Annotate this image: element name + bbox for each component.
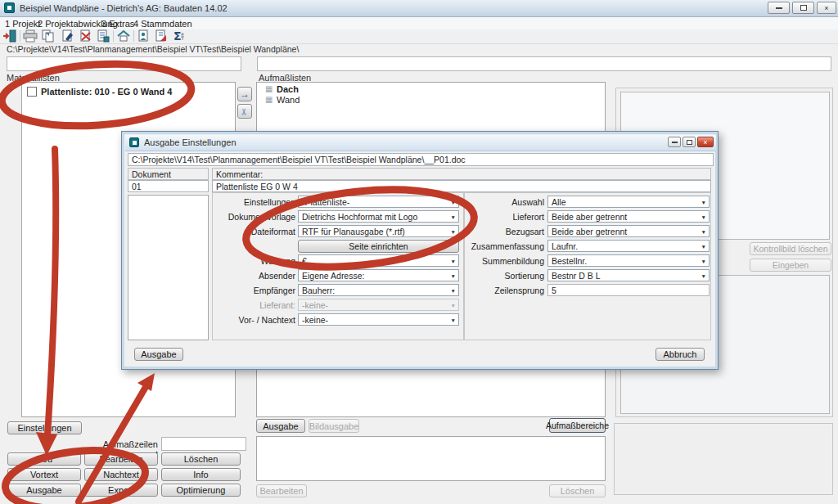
- zeilensprung-input[interactable]: 5: [547, 284, 710, 296]
- vor-nachtext-field-label: Vor- / Nachtext: [214, 315, 295, 325]
- dokumentvorlage-select[interactable]: Dietrichs Hochformat mit Logo▼: [298, 210, 459, 223]
- aufmasszeilen-input[interactable]: [161, 437, 246, 451]
- aufmass-list-item[interactable]: ▦ Dach: [257, 83, 605, 94]
- edit-list-icon[interactable]: [60, 29, 76, 43]
- dropdown-arrow-icon: ▼: [701, 214, 706, 219]
- lieferant-field-label: Lieferant:: [214, 300, 295, 310]
- grid-icon: ▦: [265, 95, 273, 104]
- dokument-row[interactable]: 01: [128, 180, 209, 192]
- dropdown-arrow-icon: ▼: [451, 258, 456, 263]
- print-icon[interactable]: [22, 29, 38, 43]
- menu-extras[interactable]: 3 Extras: [101, 19, 134, 29]
- kontrollbild-loeschen-button[interactable]: Kontrollbild löschen: [750, 242, 831, 255]
- window-title: Beispiel Wandpläne - Dietrich's AG: Baud…: [20, 3, 228, 13]
- aufmass-list-item[interactable]: ▦ Wand: [257, 94, 605, 106]
- material-filter-input[interactable]: [7, 56, 241, 71]
- delete-list-icon[interactable]: [78, 29, 94, 43]
- einstellungen-button[interactable]: Einstellungen: [7, 421, 82, 434]
- summenbildung-select[interactable]: Bestellnr.▼: [547, 254, 710, 267]
- home-icon[interactable]: [115, 29, 132, 43]
- menu-projekt[interactable]: 1 Projekt: [5, 19, 40, 29]
- dialog-minimize-icon[interactable]: [668, 137, 681, 147]
- aufmass-item-label[interactable]: Dach: [277, 84, 299, 94]
- neu-button[interactable]: Neu: [7, 452, 81, 466]
- dokument-list[interactable]: [128, 195, 209, 340]
- menu-stammdaten[interactable]: 4 Stammdaten: [133, 19, 192, 29]
- restore-icon[interactable]: [792, 2, 814, 14]
- import-list-icon[interactable]: [153, 29, 169, 43]
- bezugsart-select[interactable]: Beide aber getrennt▼: [547, 225, 710, 237]
- dropdown-arrow-icon: ▼: [701, 258, 706, 263]
- loeschen-button[interactable]: Löschen: [161, 452, 241, 466]
- bottom-right-panel: [614, 423, 833, 495]
- ausgabe-einstellungen-dialog: Ausgabe Einstellungen × C:\Projekte\V14\…: [121, 131, 719, 370]
- bildausgabe-button[interactable]: Bildausgabe: [309, 419, 359, 433]
- material-list-item[interactable]: Plattenliste: 010 - EG 0 Wand 4: [22, 83, 235, 97]
- zusammenfassung-field-label: Zusammenfassung: [459, 241, 544, 251]
- sum-icon[interactable]: Σ: [170, 29, 187, 43]
- vortext-button[interactable]: Vortext: [7, 468, 81, 481]
- minimize-icon[interactable]: [768, 2, 790, 14]
- svg-text:Σ: Σ: [173, 29, 182, 43]
- dialog-abbruch-button[interactable]: Abbruch: [656, 348, 705, 361]
- kommentar-input[interactable]: Plattenliste EG 0 W 4: [212, 180, 711, 192]
- zusammenfassung-select[interactable]: Laufnr.▼: [547, 240, 710, 252]
- detail-loeschen-button[interactable]: Löschen: [549, 484, 606, 497]
- vor-nachtext-select[interactable]: -keine-▼: [298, 313, 459, 326]
- toolbar-separator: [113, 30, 114, 42]
- bezugsart-field-label: Bezugsart: [459, 227, 544, 236]
- detail-bearbeiten-button[interactable]: Bearbeiten: [256, 484, 307, 497]
- dropdown-arrow-icon: ▼: [451, 199, 456, 205]
- dateiformat-field-label: Dateiformat: [214, 227, 295, 236]
- toolbar: Σ: [0, 29, 838, 44]
- aufmass-item-label[interactable]: Wand: [277, 95, 300, 105]
- dialog-close-icon[interactable]: ×: [697, 137, 714, 147]
- kommentar-label: Kommentar:: [212, 168, 711, 180]
- lieferort-select[interactable]: Beide aber getrennt▼: [547, 210, 710, 223]
- sortierung-field-label: Sortierung: [459, 271, 544, 281]
- export-button[interactable]: Export: [84, 484, 158, 497]
- empfaenger-select[interactable]: Bauherr:▼: [298, 284, 459, 296]
- dialog-app-icon: [129, 137, 139, 147]
- dateiformat-select[interactable]: RTF für Planausgabe (*.rtf)▼: [298, 225, 459, 237]
- ausgabe-button[interactable]: Ausgabe: [7, 484, 81, 497]
- eingeben-button[interactable]: Eingeben: [750, 259, 831, 272]
- seite-einrichten-button[interactable]: Seite einrichten: [298, 240, 459, 253]
- scissors-icon[interactable]: ✂: [237, 104, 252, 119]
- waehrung-select[interactable]: €▼: [298, 254, 459, 267]
- auswahl-select[interactable]: Alle▼: [547, 196, 710, 208]
- aufmass-detail-list[interactable]: [256, 436, 606, 481]
- materialliste-checkbox[interactable]: [27, 87, 37, 97]
- sortierung-select[interactable]: Bestnr D B L▼: [547, 269, 710, 281]
- info-button[interactable]: Info: [161, 468, 241, 481]
- einstellungen-select[interactable]: -Plattenliste-▼: [298, 196, 459, 208]
- toolbar-separator: [20, 30, 20, 42]
- material-item-label[interactable]: Plattenliste: 010 - EG 0 Wand 4: [41, 87, 172, 97]
- aufmassbereiche-button[interactable]: Aufmaßbereiche: [549, 418, 606, 433]
- dropdown-arrow-icon: ▼: [701, 272, 706, 278]
- dialog-restore-icon[interactable]: [683, 137, 696, 147]
- auswahl-field-label: Auswahl: [459, 197, 544, 207]
- dropdown-arrow-icon: ▼: [701, 228, 706, 234]
- nachtext-button[interactable]: Nachtext: [84, 468, 158, 481]
- menu-bar: 1 Projekt 2 Projektabwicklung 3 Extras 4…: [0, 17, 838, 29]
- dialog-ausgabe-button[interactable]: Ausgabe: [134, 348, 183, 361]
- table-list-icon[interactable]: [95, 29, 111, 43]
- dropdown-arrow-icon: ▼: [701, 243, 706, 249]
- arrow-right-icon[interactable]: →: [237, 87, 252, 101]
- bearbeiten-button[interactable]: Bearbeiten: [84, 452, 158, 466]
- close-icon[interactable]: ×: [817, 2, 836, 14]
- dropdown-arrow-icon: ▼: [451, 228, 456, 234]
- copy-list-icon[interactable]: [40, 29, 56, 43]
- aufmass-ausgabe-button[interactable]: Ausgabe: [256, 419, 305, 433]
- aufmass-filter-input[interactable]: [257, 56, 831, 71]
- dialog-title: Ausgabe Einstellungen: [144, 137, 237, 147]
- absender-field-label: Absender: [214, 271, 295, 281]
- dropdown-arrow-icon: ▼: [701, 199, 706, 205]
- optimierung-button[interactable]: Optimierung: [161, 484, 241, 497]
- empfaenger-field-label: Empfänger: [214, 286, 295, 295]
- person-list-icon[interactable]: [136, 29, 152, 43]
- dropdown-arrow-icon: ▼: [451, 272, 456, 278]
- absender-select[interactable]: Eigene Adresse:▼: [298, 269, 459, 281]
- exit-icon[interactable]: [2, 29, 18, 43]
